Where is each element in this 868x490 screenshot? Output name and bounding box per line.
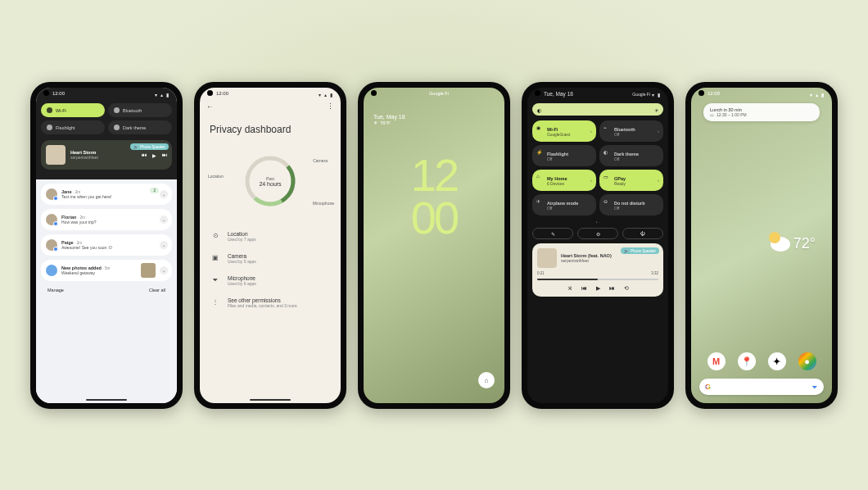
app-dock: M 📍 ✦ ● bbox=[691, 352, 832, 370]
permission-other[interactable]: ⋮See other permissionsFiles and media, c… bbox=[210, 292, 331, 314]
more-icon: ⋮ bbox=[211, 297, 219, 306]
back-icon[interactable]: ← bbox=[206, 102, 214, 111]
media-player[interactable]: 🔊Phone Speaker Heart Storm (feat. NAO)se… bbox=[532, 243, 663, 297]
speaker-pill[interactable]: 🔊Phone Speaker bbox=[130, 143, 169, 150]
qs-wifi[interactable]: Wi-Fi bbox=[41, 103, 105, 117]
repeat-icon[interactable]: ⟲ bbox=[624, 285, 629, 292]
dark-theme-icon bbox=[114, 125, 120, 130]
chevron-down-icon[interactable]: ⌄ bbox=[160, 216, 168, 224]
status-bar: Google Fi bbox=[364, 88, 504, 99]
flashlight-icon bbox=[47, 125, 52, 130]
location-icon: ⊙ bbox=[211, 231, 219, 239]
clock: 12:00 bbox=[708, 91, 720, 96]
bluetooth-icon bbox=[114, 107, 120, 113]
airplane-icon: ✈ bbox=[536, 198, 540, 204]
photo-thumbnail bbox=[141, 263, 156, 278]
qs-bluetooth[interactable]: ⌁BluetoothOff› bbox=[599, 120, 663, 142]
clear-all-button[interactable]: Clear all bbox=[149, 288, 165, 293]
dnd-icon: ⊖ bbox=[604, 198, 608, 204]
carrier: Google Fi bbox=[429, 91, 449, 96]
brightness-high-icon: ☀ bbox=[654, 107, 658, 112]
edit-button[interactable]: ✎ bbox=[532, 228, 573, 239]
brightness-low-icon: ◐ bbox=[537, 107, 542, 112]
lock-clock: 12 00 bbox=[364, 154, 504, 239]
app-chrome[interactable]: ● bbox=[798, 352, 816, 370]
manage-button[interactable]: Manage bbox=[47, 288, 64, 293]
dark-theme-icon: ◐ bbox=[604, 149, 608, 155]
shuffle-icon[interactable]: ⤨ bbox=[567, 285, 572, 292]
wifi-icon: ◉ bbox=[536, 125, 540, 130]
prev-icon[interactable]: ⏮ bbox=[142, 152, 147, 158]
app-gmail[interactable]: M bbox=[708, 352, 726, 370]
notification-item[interactable]: Paige · 2mAwesome! See you soon :O ⌄ bbox=[41, 234, 172, 256]
qs-dark-theme[interactable]: Dark theme bbox=[108, 120, 172, 134]
speaker-pill[interactable]: 🔊Phone Speaker bbox=[621, 247, 659, 254]
weather-widget[interactable]: 72° bbox=[771, 235, 816, 252]
phone-lock-screen: Google Fi Tue, May 18 ☀76°F 12 00 ⌂ bbox=[358, 82, 510, 409]
notification-list[interactable]: Jane · 2mText me when you get here! 2 ⌄ … bbox=[36, 179, 177, 403]
play-icon[interactable]: ▶ bbox=[152, 152, 156, 158]
progress-bar[interactable] bbox=[537, 279, 658, 280]
next-icon[interactable]: ⏭ bbox=[162, 152, 167, 158]
play-icon[interactable]: ▶ bbox=[596, 285, 600, 292]
status-bar: 12:00 ▾▴▮ bbox=[691, 88, 832, 99]
photos-icon bbox=[46, 265, 57, 276]
media-artist: serpentwithfeet bbox=[561, 258, 612, 263]
wallet-button[interactable]: ⌂ bbox=[478, 372, 495, 388]
app-photos[interactable]: ✦ bbox=[768, 352, 786, 370]
wifi-icon bbox=[47, 107, 52, 113]
phone-home-screen: 12:00 ▾▴▮ Lunch in 30 min ▭12:30 – 1:00 … bbox=[685, 82, 838, 409]
clock: 12:00 bbox=[52, 91, 65, 96]
phone-notification-shade: 12:00 ▾▴▮ Wi-Fi Bluetooth Flashlight Dar… bbox=[30, 82, 183, 409]
power-button[interactable]: ⏻ bbox=[622, 228, 663, 239]
chevron-down-icon[interactable]: ⌄ bbox=[160, 241, 168, 249]
avatar bbox=[46, 214, 57, 225]
qs-flashlight[interactable]: ⚡FlashlightOff bbox=[532, 145, 596, 166]
qs-dnd[interactable]: ⊖Do not disturbOff bbox=[599, 194, 663, 216]
permission-microphone[interactable]: ⏷MicrophoneUsed by 6 apps bbox=[210, 270, 331, 292]
chevron-down-icon[interactable]: ⌄ bbox=[160, 190, 168, 198]
avatar bbox=[46, 188, 57, 200]
media-artist: serpentwithfeet bbox=[70, 155, 137, 160]
media-card[interactable]: 🔊Phone Speaker Heart Storm serpentwithfe… bbox=[41, 140, 172, 170]
permission-camera[interactable]: ▣CameraUsed by 5 apps bbox=[210, 247, 331, 270]
microphone-icon: ⏷ bbox=[211, 275, 219, 284]
qs-flashlight[interactable]: Flashlight bbox=[41, 120, 105, 134]
notification-item[interactable]: Jane · 2mText me when you get here! 2 ⌄ bbox=[41, 184, 172, 205]
status-icons: ▾▴▮ bbox=[155, 92, 170, 96]
chevron-right-icon: › bbox=[658, 129, 659, 134]
qs-wifi[interactable]: ◉Wi-FiGoogleGuest› bbox=[532, 120, 596, 142]
speaker-icon: 🔊 bbox=[624, 249, 629, 253]
calendar-icon: ▭ bbox=[710, 112, 714, 117]
next-icon[interactable]: ⏭ bbox=[609, 285, 615, 292]
lock-weather: ☀76°F bbox=[373, 120, 495, 125]
qs-dark-theme[interactable]: ◐Dark themeOff bbox=[599, 145, 663, 166]
camera-icon: ▣ bbox=[211, 253, 219, 261]
chevron-down-icon[interactable]: ⌄ bbox=[160, 266, 168, 274]
permission-location[interactable]: ⊙LocationUsed by 7 apps bbox=[210, 225, 331, 247]
qs-gpay[interactable]: ▭GPayReady› bbox=[599, 170, 663, 191]
page-title: Privacy dashboard bbox=[200, 114, 341, 143]
app-maps[interactable]: 📍 bbox=[738, 352, 756, 370]
mic-icon[interactable]: ⏷ bbox=[811, 383, 818, 391]
settings-button[interactable]: ⚙ bbox=[577, 228, 618, 239]
status-bar: 12:00 ▾▴▮ bbox=[200, 88, 341, 99]
weather-icon bbox=[771, 237, 790, 252]
flashlight-icon: ⚡ bbox=[536, 149, 542, 155]
at-a-glance[interactable]: Lunch in 30 min ▭12:30 – 1:00 PM bbox=[703, 103, 820, 121]
google-logo-icon: G bbox=[705, 383, 711, 391]
notification-item[interactable]: New photos added · 5mWeekend getaway ⌄ bbox=[41, 260, 172, 281]
usage-chart: Past24 hours Location Camera Microphone bbox=[200, 143, 341, 219]
qs-bluetooth[interactable]: Bluetooth bbox=[108, 103, 172, 117]
search-bar[interactable]: G ⏷ bbox=[699, 379, 824, 395]
chevron-right-icon: › bbox=[590, 129, 592, 134]
prev-icon[interactable]: ⏮ bbox=[581, 285, 587, 292]
qs-date: Tue, May 18 bbox=[544, 91, 573, 97]
brightness-slider[interactable]: ◐ ☀ bbox=[532, 103, 663, 116]
qs-my-home[interactable]: ⌂My Home6 Devices› bbox=[532, 170, 596, 191]
qs-airplane[interactable]: ✈Airplane modeOff bbox=[532, 194, 596, 216]
avatar bbox=[46, 239, 57, 251]
permission-list: ⊙LocationUsed by 7 apps ▣CameraUsed by 5… bbox=[200, 219, 341, 320]
more-icon[interactable]: ⋮ bbox=[327, 102, 334, 111]
notification-item[interactable]: Florian · 2mHow was your trip? ⌄ bbox=[41, 209, 172, 230]
